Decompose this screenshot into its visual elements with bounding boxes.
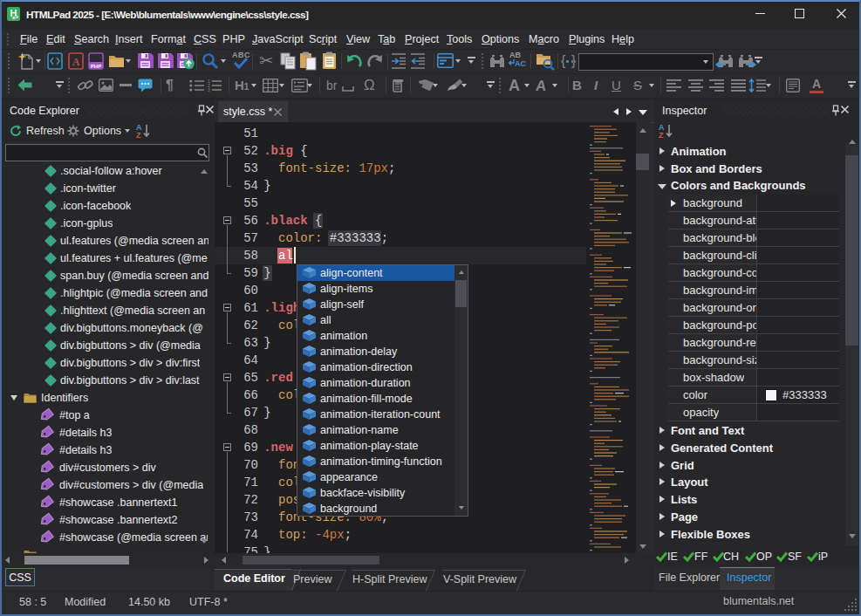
svg-text:3: 3 — [208, 87, 210, 92]
svg-text:PHP: PHP — [91, 64, 101, 69]
svg-text:A: A — [72, 56, 80, 68]
